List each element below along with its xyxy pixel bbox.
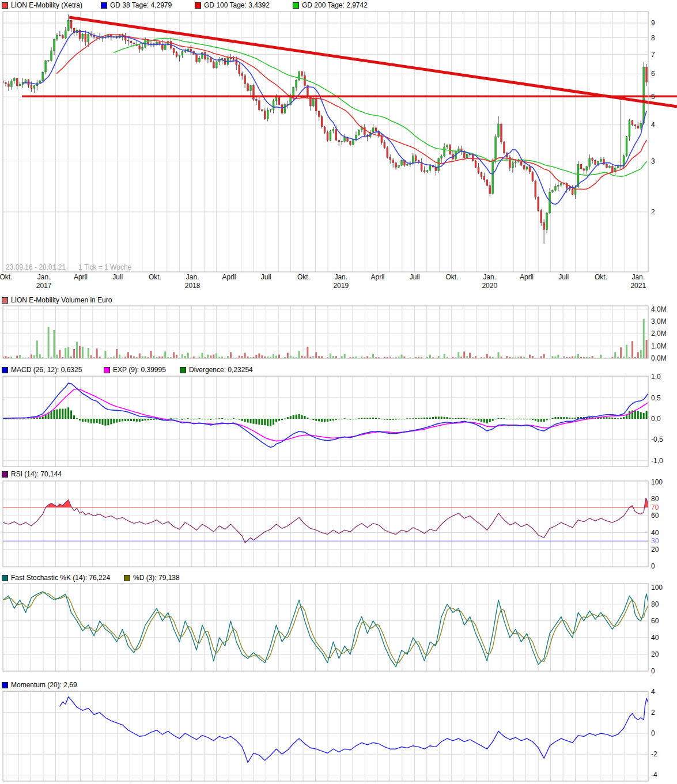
volume-label: LION E-Mobility Volumen in Euro	[11, 296, 112, 304]
macd-series	[2, 383, 648, 447]
svg-text:April: April	[222, 273, 236, 281]
svg-text:0,0M: 0,0M	[651, 354, 667, 362]
gd200-swatch-icon	[293, 2, 299, 9]
svg-text:2017: 2017	[36, 282, 52, 290]
legend-item-instrument: LION E-Mobility (Xetra)	[2, 1, 82, 9]
svg-text:Juli: Juli	[558, 273, 569, 281]
svg-text:1,0M: 1,0M	[651, 342, 667, 350]
svg-text:-0,5: -0,5	[651, 435, 663, 444]
volume-swatch-icon	[2, 297, 8, 304]
svg-text:60: 60	[651, 617, 659, 625]
svg-text:Juli: Juli	[410, 273, 420, 281]
svg-text:Okt.: Okt.	[595, 273, 607, 281]
legend-item-gd38: GD 38 Tage: 4,2979	[101, 1, 172, 9]
svg-text:Jan.: Jan.	[334, 273, 347, 281]
svg-text:7: 7	[651, 51, 655, 59]
svg-text:Jan.: Jan.	[37, 273, 51, 281]
legend-item-macd: MACD (26, 12): 0,6325	[2, 366, 82, 374]
svg-text:4: 4	[651, 121, 655, 129]
legend-item-exp: EXP (9): 0,39995	[104, 366, 166, 374]
tick-interval-label: 1 Tick = 1 Woche	[78, 263, 131, 271]
svg-text:2019: 2019	[333, 282, 349, 290]
svg-text:80: 80	[651, 495, 659, 503]
svg-text:3: 3	[651, 157, 655, 165]
svg-text:8: 8	[651, 34, 655, 42]
legend-item-rsi: RSI (14): 70,144	[2, 470, 62, 478]
rsi-label: RSI (14): 70,144	[11, 470, 62, 478]
svg-text:0: 0	[651, 729, 655, 737]
svg-text:40: 40	[651, 529, 659, 537]
macd-panel-legend: MACD (26, 12): 0,6325 EXP (9): 0,39995 D…	[0, 366, 677, 375]
gd38-swatch-icon	[101, 2, 107, 9]
rsi-line	[3, 498, 649, 543]
svg-text:Juli: Juli	[112, 273, 123, 281]
legend-item-divergence: Divergence: 0,23254	[180, 366, 253, 374]
svg-text:Jan.: Jan.	[186, 273, 199, 281]
svg-text:30: 30	[651, 537, 659, 545]
macd-swatch-icon	[2, 367, 8, 373]
trend-lines	[22, 17, 677, 107]
svg-text:6: 6	[651, 70, 655, 78]
svg-text:80: 80	[651, 600, 659, 608]
svg-text:0,5: 0,5	[651, 394, 661, 402]
svg-text:2021: 2021	[630, 282, 646, 290]
svg-text:2020: 2020	[482, 282, 497, 290]
momentum-label: Momentum (20): 2,69	[11, 681, 77, 689]
rsi-overbought-fill	[3, 498, 649, 543]
divergence-swatch-icon	[180, 367, 186, 373]
instrument-label: LION E-Mobility (Xetra)	[11, 1, 82, 9]
divergence-label: Divergence: 0,23254	[189, 366, 253, 374]
stoch-d-label: %D (3): 79,138	[133, 574, 180, 582]
svg-text:Okt.: Okt.	[0, 273, 12, 281]
exp-label: EXP (9): 0,39995	[113, 366, 166, 374]
gd100-label: GD 100 Tage: 3,4392	[204, 1, 270, 9]
svg-text:Jan.: Jan.	[483, 273, 496, 281]
svg-text:2: 2	[651, 208, 655, 216]
legend-item-momentum: Momentum (20): 2,69	[2, 681, 77, 689]
instrument-swatch-icon	[2, 2, 8, 9]
gd100-swatch-icon	[195, 2, 201, 9]
date-range-label: 23.09.16 - 28.01.21	[6, 263, 66, 271]
momentum-swatch-icon	[2, 682, 8, 688]
legend-item-stoch-k: Fast Stochastic %K (14): 76,224	[2, 574, 110, 582]
stochastic-lines	[3, 592, 648, 667]
rsi-swatch-icon	[2, 471, 8, 478]
stock-chart-application: 987654324,0M3,0M2,0M1,0M0,0M1,00,50,0-0,…	[0, 0, 677, 784]
svg-text:0,0: 0,0	[651, 415, 661, 423]
svg-text:40: 40	[651, 634, 659, 642]
stoch-d-swatch-icon	[124, 575, 130, 581]
svg-text:0: 0	[651, 562, 655, 570]
svg-text:0: 0	[651, 667, 655, 675]
svg-text:April: April	[74, 273, 88, 281]
svg-text:2,0M: 2,0M	[651, 329, 667, 338]
rsi-oversold-fill	[3, 498, 649, 543]
exp-swatch-icon	[104, 367, 110, 373]
svg-text:-4: -4	[651, 771, 657, 779]
legend-item-volume: LION E-Mobility Volumen in Euro	[2, 296, 112, 304]
svg-text:Jan.: Jan.	[631, 273, 645, 281]
legend-item-gd200: GD 200 Tage: 2,9742	[293, 1, 368, 9]
price-panel-legend: LION E-Mobility (Xetra) GD 38 Tage: 4,29…	[0, 1, 677, 10]
macd-label: MACD (26, 12): 0,6325	[11, 366, 82, 374]
svg-text:20: 20	[651, 546, 659, 554]
momentum-panel-legend: Momentum (20): 2,69	[0, 681, 677, 690]
svg-text:2018: 2018	[185, 282, 201, 290]
stoch-k-swatch-icon	[2, 575, 8, 581]
svg-text:Okt.: Okt.	[446, 273, 459, 281]
svg-text:Okt.: Okt.	[297, 273, 310, 281]
gd200-label: GD 200 Tage: 2,9742	[302, 1, 368, 9]
svg-text:100: 100	[651, 584, 663, 592]
stoch-k-label: Fast Stochastic %K (14): 76,224	[11, 574, 110, 582]
gd38-label: GD 38 Tage: 4,2979	[110, 1, 172, 9]
svg-text:Okt.: Okt.	[149, 273, 161, 281]
svg-text:4,0M: 4,0M	[651, 305, 667, 313]
volume-panel-legend: LION E-Mobility Volumen in Euro	[0, 296, 677, 305]
svg-text:Juli: Juli	[261, 273, 271, 281]
svg-text:70: 70	[651, 503, 659, 512]
svg-text:April: April	[520, 273, 534, 281]
date-range-info: 23.09.16 - 28.01.21 1 Tick = 1 Woche	[6, 263, 131, 271]
momentum-line	[60, 697, 648, 763]
svg-text:5: 5	[651, 93, 655, 101]
svg-text:-1,0: -1,0	[651, 457, 663, 465]
charts-canvas[interactable]: 987654324,0M3,0M2,0M1,0M0,0M1,00,50,0-0,…	[0, 0, 677, 784]
